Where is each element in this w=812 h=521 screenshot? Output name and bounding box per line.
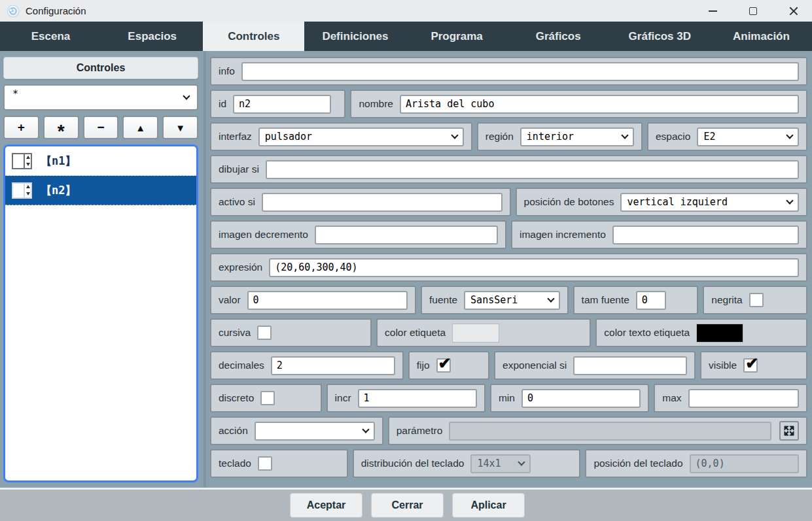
window-title: Configuración xyxy=(26,5,86,16)
nombre-label: nombre xyxy=(359,98,393,110)
espacio-select[interactable]: E2 xyxy=(697,127,799,146)
list-item-n2[interactable]: 【n2】 xyxy=(5,176,196,205)
nombre-field[interactable] xyxy=(400,95,799,114)
teclado-label: teclado xyxy=(219,458,251,469)
tam-fuente-field[interactable] xyxy=(636,291,666,310)
cursiva-checkbox[interactable] xyxy=(257,326,272,340)
fijo-checkbox[interactable] xyxy=(436,358,451,373)
posicion-botones-value: vertical izquierd xyxy=(627,196,728,208)
tab-controles[interactable]: Controles xyxy=(203,22,304,51)
accion-group: acción xyxy=(210,416,383,445)
fijo-label: fijo xyxy=(417,360,430,371)
configuration-window: Configuración Escena Espacios Controles … xyxy=(0,0,812,521)
aplicar-button[interactable]: Aplicar xyxy=(452,493,525,518)
tab-graficos[interactable]: Gráficos xyxy=(508,22,609,51)
distribucion-teclado-select: 14x1 xyxy=(470,454,531,473)
exponencial-si-group: exponencial si xyxy=(494,351,696,380)
fuente-value: SansSeri xyxy=(470,294,518,306)
interfaz-select[interactable]: pulsador xyxy=(258,127,464,146)
max-label: max xyxy=(662,392,681,404)
color-texto-etiqueta-swatch[interactable] xyxy=(696,324,743,343)
footer-bar: Aceptar Cerrar Aplicar xyxy=(0,488,812,521)
chevron-down-icon xyxy=(518,458,525,465)
minimize-icon[interactable] xyxy=(707,6,718,16)
espacio-group: espacio E2 xyxy=(647,122,807,151)
aceptar-button[interactable]: Aceptar xyxy=(290,493,362,518)
expresion-field[interactable] xyxy=(269,258,799,277)
activo-si-label: activo si xyxy=(219,196,255,208)
accion-select[interactable] xyxy=(255,422,375,441)
controls-filter-select[interactable]: * xyxy=(3,84,198,110)
posicion-teclado-field xyxy=(690,454,799,473)
id-field[interactable] xyxy=(233,95,331,114)
asterisk-button[interactable]: * xyxy=(43,116,79,139)
list-item-label: 【n1】 xyxy=(41,154,76,169)
imagen-decremento-label: imagen decremento xyxy=(219,229,308,241)
posicion-botones-select[interactable]: vertical izquierd xyxy=(620,193,799,212)
content-area: Controles * + * − ▲ ▼ 【n1】 xyxy=(0,51,812,488)
expand-button[interactable] xyxy=(779,421,799,441)
valor-group: valor xyxy=(210,286,416,314)
spinner-control-icon xyxy=(12,182,32,199)
imagen-incremento-group: imagen incremento xyxy=(511,220,807,249)
tab-animacion[interactable]: Animación xyxy=(711,22,812,51)
visible-checkbox[interactable] xyxy=(743,358,758,373)
imagen-incremento-field[interactable] xyxy=(612,226,799,244)
region-select[interactable]: interior xyxy=(520,127,634,146)
min-field[interactable] xyxy=(521,389,641,408)
list-item-n1[interactable]: 【n1】 xyxy=(5,146,196,176)
chevron-down-icon xyxy=(786,131,793,139)
info-field[interactable] xyxy=(241,62,799,81)
color-etiqueta-group: color etiqueta xyxy=(376,318,591,347)
max-field[interactable] xyxy=(688,389,799,408)
incr-label: incr xyxy=(335,392,351,404)
dibujar-si-field[interactable] xyxy=(266,160,799,179)
titlebar: Configuración xyxy=(0,0,812,22)
negrita-label: negrita xyxy=(711,294,742,306)
valor-field[interactable] xyxy=(247,291,408,310)
add-control-button[interactable]: + xyxy=(3,116,39,139)
tab-graficos-3d[interactable]: Gráficos 3D xyxy=(609,22,711,51)
region-label: región xyxy=(485,131,514,143)
parametro-field xyxy=(449,422,771,441)
incr-field[interactable] xyxy=(358,389,477,408)
move-down-button[interactable]: ▼ xyxy=(162,116,198,139)
control-properties-form: info id nombre interfaz xyxy=(206,51,812,488)
dibujar-si-group: dibujar si xyxy=(210,155,807,184)
activo-si-group: activo si xyxy=(210,188,511,216)
chevron-down-icon xyxy=(621,131,628,139)
decimales-group: decimales xyxy=(210,351,404,380)
tab-programa[interactable]: Programa xyxy=(406,22,508,51)
window-controls xyxy=(707,6,805,16)
teclado-checkbox[interactable] xyxy=(258,456,272,471)
imagen-decremento-field[interactable] xyxy=(315,226,498,244)
controls-sidebar: Controles * + * − ▲ ▼ 【n1】 xyxy=(0,51,206,488)
min-label: min xyxy=(499,392,515,404)
chevron-down-icon xyxy=(183,92,190,99)
dibujar-si-label: dibujar si xyxy=(219,163,259,175)
distribucion-teclado-group: distribución del teclado 14x1 xyxy=(353,449,581,478)
visible-group: visible xyxy=(700,351,807,380)
id-group: id xyxy=(210,90,345,118)
tab-definiciones[interactable]: Definiciones xyxy=(304,22,406,51)
maximize-icon[interactable] xyxy=(748,6,758,16)
move-up-button[interactable]: ▲ xyxy=(122,116,158,139)
negrita-checkbox[interactable] xyxy=(749,293,764,307)
decimales-field[interactable] xyxy=(271,356,395,375)
cerrar-button[interactable]: Cerrar xyxy=(371,493,444,518)
cursiva-label: cursiva xyxy=(219,327,251,339)
color-etiqueta-swatch[interactable] xyxy=(452,324,499,343)
exponencial-si-field[interactable] xyxy=(573,356,687,375)
tab-espacios[interactable]: Espacios xyxy=(101,22,203,51)
info-label: info xyxy=(219,65,235,77)
controls-list: 【n1】 【n2】 xyxy=(3,144,198,482)
accion-label: acción xyxy=(219,425,248,437)
tab-escena[interactable]: Escena xyxy=(0,22,101,51)
list-item-label: 【n2】 xyxy=(41,183,76,198)
posicion-teclado-group: posición del teclado xyxy=(585,449,807,478)
remove-control-button[interactable]: − xyxy=(83,116,119,139)
close-icon[interactable] xyxy=(788,6,799,16)
activo-si-field[interactable] xyxy=(262,193,503,212)
fuente-select[interactable]: SansSeri xyxy=(464,291,560,310)
discreto-checkbox[interactable] xyxy=(260,391,275,405)
